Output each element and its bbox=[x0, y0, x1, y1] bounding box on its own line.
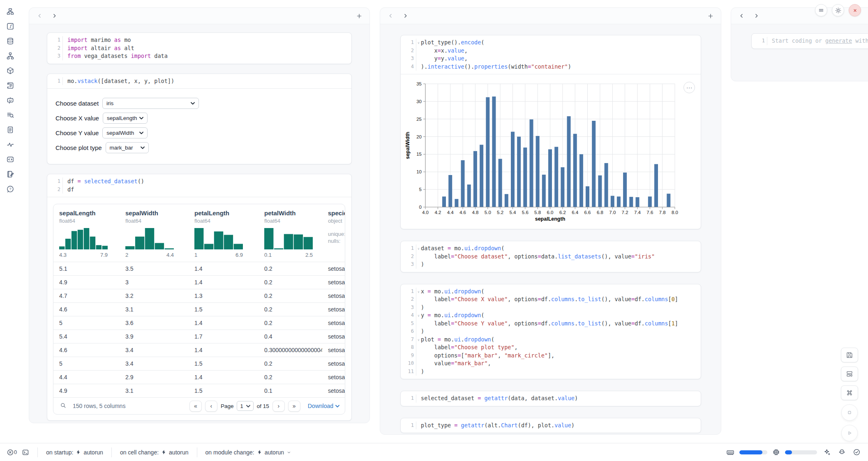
code-line[interactable]: 1mo.vstack([dataset, x, y, plot]) bbox=[47, 77, 347, 85]
code-line[interactable]: 1df = selected_dataset() bbox=[47, 177, 347, 186]
scroll-column-right-button[interactable] bbox=[752, 12, 761, 21]
fold-caret-icon[interactable]: ∨ bbox=[418, 39, 420, 47]
dropdown-select[interactable]: iris bbox=[102, 98, 199, 109]
fold-caret-icon[interactable]: ∨ bbox=[418, 336, 420, 344]
code-line[interactable]: 3) bbox=[401, 260, 697, 269]
download-button[interactable]: Download bbox=[308, 403, 339, 409]
fold-caret-icon[interactable]: ∨ bbox=[418, 245, 420, 253]
scroll-column-left-button[interactable] bbox=[386, 12, 395, 21]
table-row[interactable]: 4.93.11.50.1setosa bbox=[53, 384, 345, 397]
code-editor[interactable]: 1import marimo as mo2import altair as al… bbox=[47, 33, 351, 64]
packages-icon[interactable] bbox=[5, 67, 15, 75]
code-editor[interactable]: 1 Start coding or generate with bbox=[752, 34, 868, 48]
table-row[interactable]: 4.63.41.40.30000000000000004setosa bbox=[53, 343, 345, 357]
code-line[interactable]: 2import altair as alt bbox=[47, 44, 347, 53]
outline-icon[interactable] bbox=[5, 81, 15, 90]
add-cell-button[interactable] bbox=[706, 12, 715, 21]
column-name[interactable]: sepalLength bbox=[59, 210, 120, 217]
table-row[interactable]: 4.42.91.40.2setosa bbox=[53, 370, 345, 384]
terminal-button[interactable] bbox=[22, 449, 29, 456]
column-name[interactable]: sepalWidth bbox=[125, 210, 189, 217]
code-editor[interactable]: 1df = selected_dataset()2df bbox=[47, 174, 351, 197]
code-line[interactable]: 1∨dataset = mo.ui.dropdown( bbox=[401, 244, 697, 253]
first-page-button[interactable]: « bbox=[189, 401, 202, 412]
tracing-icon[interactable] bbox=[5, 141, 15, 149]
logs-icon[interactable] bbox=[5, 111, 15, 119]
dependency-graph-icon[interactable] bbox=[5, 52, 15, 60]
code-editor[interactable]: 1∨plot_type().encode(2 x=x.value,3 y=y.v… bbox=[401, 35, 701, 74]
run-button[interactable] bbox=[841, 425, 858, 441]
scroll-column-right-button[interactable] bbox=[401, 12, 410, 21]
code-line[interactable]: 7∨plot = mo.ui.dropdown( bbox=[401, 336, 697, 344]
copilot-button[interactable] bbox=[837, 448, 847, 456]
save-button[interactable] bbox=[841, 348, 858, 362]
prev-page-button[interactable]: ‹ bbox=[205, 401, 217, 412]
variables-icon[interactable]: f bbox=[5, 22, 15, 30]
table-row[interactable]: 4.63.11.50.2setosa bbox=[53, 302, 345, 316]
fold-caret-icon[interactable]: ∨ bbox=[418, 312, 420, 320]
connection-status-button[interactable] bbox=[852, 448, 861, 456]
code-line[interactable]: 1selected_dataset = getattr(data, datase… bbox=[401, 394, 697, 403]
keyboard-shortcuts-button[interactable] bbox=[841, 385, 858, 400]
code-line[interactable]: 3 y=y.value, bbox=[401, 55, 697, 63]
documentation-icon[interactable] bbox=[5, 126, 15, 134]
on-module-change-setting[interactable]: on module change: autorun bbox=[205, 449, 292, 456]
table-row[interactable]: 5.43.91.70.4setosa bbox=[53, 330, 345, 343]
table-row[interactable]: 4.931.40.2setosa bbox=[53, 275, 345, 289]
scratchpad-icon[interactable] bbox=[5, 170, 15, 178]
table-row[interactable]: 5.13.51.40.2setosa bbox=[53, 262, 345, 275]
code-line[interactable]: 3from vega_datasets import data bbox=[47, 52, 347, 60]
code-line[interactable]: 1∨plot_type().encode( bbox=[401, 39, 697, 47]
dropdown-select[interactable]: sepalWidth bbox=[102, 127, 148, 138]
code-line[interactable]: 2 label="Choose dataset", options=data.l… bbox=[401, 253, 697, 261]
search-icon[interactable] bbox=[59, 402, 67, 410]
chart-actions-button[interactable]: ⋯ bbox=[683, 82, 695, 93]
code-line[interactable]: 1 Start coding or generate with bbox=[752, 37, 868, 45]
code-editor[interactable]: 1selected_dataset = getattr(data, datase… bbox=[401, 391, 701, 406]
last-page-button[interactable]: » bbox=[288, 401, 300, 412]
code-line[interactable]: 9 options=["mark_bar", "mark_circle"], bbox=[401, 352, 697, 360]
dropdown-select[interactable]: mark_bar bbox=[106, 142, 149, 153]
stop-button[interactable] bbox=[841, 404, 858, 421]
fold-caret-icon[interactable]: ∨ bbox=[418, 288, 420, 296]
code-line[interactable]: 4∨y = mo.ui.dropdown( bbox=[401, 311, 697, 320]
errors-indicator[interactable]: 0 bbox=[7, 449, 17, 456]
code-line[interactable]: 8 label="Choose plot type", bbox=[401, 343, 697, 352]
column-name[interactable]: petalWidth bbox=[264, 210, 322, 217]
code-editor[interactable]: 1∨dataset = mo.ui.dropdown(2 label="Choo… bbox=[401, 241, 701, 272]
help-icon[interactable]: ? bbox=[5, 185, 15, 193]
next-page-button[interactable]: › bbox=[272, 401, 285, 412]
code-editor[interactable]: 1mo.vstack([dataset, x, y, plot]) bbox=[47, 74, 351, 89]
on-startup-setting[interactable]: on startup: autorun bbox=[46, 449, 103, 456]
code-line[interactable]: 2 x=x.value, bbox=[401, 47, 697, 55]
code-line[interactable]: 6) bbox=[401, 327, 697, 336]
datasources-icon[interactable] bbox=[5, 37, 15, 45]
shutdown-button[interactable] bbox=[849, 4, 861, 16]
code-line[interactable]: 3) bbox=[401, 304, 697, 312]
code-line[interactable]: 11) bbox=[401, 368, 697, 376]
ai-assist-button[interactable] bbox=[822, 448, 832, 456]
add-cell-button[interactable] bbox=[355, 12, 364, 21]
layout-button[interactable] bbox=[841, 366, 858, 381]
scroll-column-right-button[interactable] bbox=[50, 12, 59, 21]
scroll-column-left-button[interactable] bbox=[35, 12, 44, 21]
page-select[interactable]: 1 bbox=[237, 401, 253, 411]
settings-button[interactable] bbox=[832, 4, 844, 16]
code-line[interactable]: 5 label="Choose Y value", options=df.col… bbox=[401, 320, 697, 328]
code-editor[interactable]: 1∨x = mo.ui.dropdown(2 label="Choose X v… bbox=[401, 284, 701, 379]
code-line[interactable]: 4).interactive().properties(width="conta… bbox=[401, 63, 697, 71]
table-row[interactable]: 53.41.50.2setosa bbox=[53, 357, 345, 370]
generate-link[interactable]: generate bbox=[825, 37, 852, 44]
table-row[interactable]: 53.61.40.2setosa bbox=[53, 316, 345, 330]
on-cell-change-setting[interactable]: on cell change: autorun bbox=[120, 449, 189, 456]
menu-button[interactable] bbox=[815, 4, 827, 16]
file-explorer-icon[interactable] bbox=[5, 7, 15, 16]
code-line[interactable]: 2 label="Choose X value", options=df.col… bbox=[401, 295, 697, 304]
column-name[interactable]: petalLength bbox=[194, 210, 259, 217]
code-line[interactable]: 10 value="mark_bar", bbox=[401, 360, 697, 368]
snippets-icon[interactable] bbox=[5, 155, 15, 164]
dropdown-select[interactable]: sepalLength bbox=[103, 113, 148, 124]
code-editor[interactable]: 1plot_type = getattr(alt.Chart(df), plot… bbox=[401, 418, 701, 433]
chat-icon[interactable] bbox=[5, 96, 15, 104]
code-line[interactable]: 2df bbox=[47, 186, 347, 194]
